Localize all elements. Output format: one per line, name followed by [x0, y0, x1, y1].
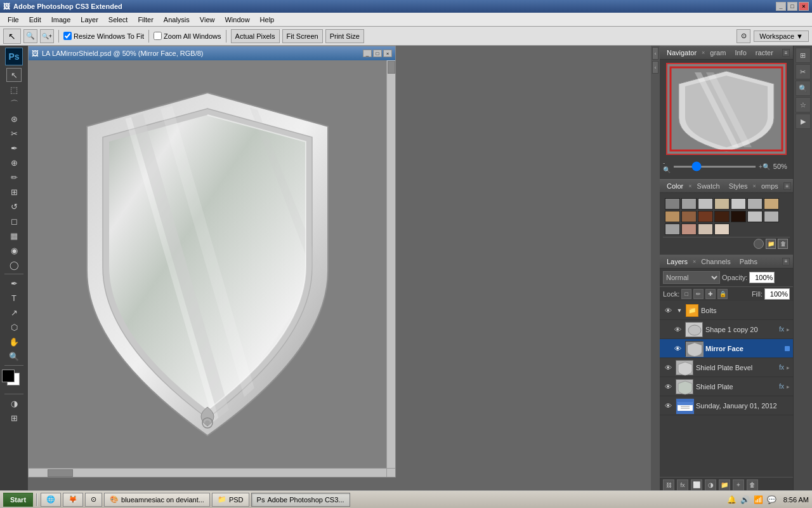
tab-styles-close[interactable]: × — [753, 183, 756, 189]
move-tool-btn[interactable]: ↖ — [3, 29, 21, 44]
tab-character[interactable]: racter — [752, 48, 777, 58]
tab-channels[interactable]: Channels — [697, 257, 734, 267]
crop-tool[interactable]: ✂ — [6, 126, 22, 140]
new-layer-btn[interactable]: + — [733, 479, 744, 491]
menu-layer[interactable]: Layer — [76, 15, 103, 25]
layer-visibility-shield-bevel[interactable]: 👁 — [663, 363, 673, 373]
gradient-tool[interactable]: ▦ — [6, 229, 22, 243]
tab-comps[interactable]: omps — [757, 181, 782, 191]
taskbar-btn-firefox[interactable]: 🦊 — [63, 493, 83, 507]
lock-all-btn[interactable]: 🔒 — [717, 289, 728, 299]
tab-swatches[interactable]: Swatch — [693, 181, 724, 191]
taskbar-btn-psd[interactable]: 📁 PSD — [212, 493, 249, 507]
add-group-btn[interactable]: 📁 — [719, 479, 730, 491]
lasso-tool[interactable]: ⌒ — [6, 97, 22, 111]
swatch-16[interactable] — [681, 224, 697, 235]
collapse-mid-btn[interactable]: ‹ — [652, 61, 658, 74]
tray-icon-3[interactable]: 📶 — [754, 495, 764, 505]
menu-image[interactable]: Image — [47, 15, 75, 25]
taskbar-btn-photoshop[interactable]: Ps Adobe Photoshop CS3... — [251, 493, 350, 507]
swatch-6[interactable] — [747, 198, 763, 210]
history-brush-tool[interactable]: ↺ — [6, 199, 22, 213]
doc-close-btn[interactable]: × — [383, 50, 392, 57]
layer-item-shield-bevel[interactable]: 👁 Shield Plate Bevel fx ▸ — [660, 358, 793, 377]
tab-color[interactable]: Color — [663, 181, 687, 191]
layer-item-shape1[interactable]: 👁 Shape 1 copy 20 fx ▸ — [660, 320, 793, 339]
tab-navigator-close[interactable]: × — [702, 50, 705, 56]
taskbar-btn-chrome[interactable]: ⊙ — [85, 493, 102, 507]
zoom-increase-icon[interactable]: +🔍 — [759, 163, 770, 170]
doc-minimize-btn[interactable]: _ — [363, 50, 372, 57]
taskbar-btn-deviantart[interactable]: 🎨 blueamnesiac on deviant... — [104, 493, 210, 507]
tab-paths[interactable]: Paths — [736, 257, 761, 267]
blur-tool[interactable]: ◉ — [6, 243, 22, 257]
zoom-out-btn[interactable]: 🔍 — [23, 29, 37, 43]
lock-position-btn[interactable]: ✚ — [705, 289, 716, 299]
opacity-input[interactable] — [749, 272, 775, 283]
text-tool[interactable]: T — [6, 291, 22, 305]
swatch-15[interactable] — [665, 224, 680, 235]
healing-tool[interactable]: ⊕ — [6, 156, 22, 170]
panel-icon-4[interactable]: ☆ — [796, 97, 811, 112]
panel-icon-3[interactable]: 🔍 — [796, 81, 811, 96]
delete-layer-btn[interactable]: 🗑 — [747, 479, 758, 491]
zoom-all-checkbox[interactable]: Zoom All Windows — [154, 32, 221, 40]
swatch-3[interactable] — [698, 198, 713, 210]
hand-tool[interactable]: ✋ — [6, 335, 22, 349]
swatch-11[interactable] — [714, 211, 730, 222]
swatch-4[interactable] — [714, 198, 730, 210]
swatch-14[interactable] — [764, 211, 779, 222]
color-resize-btn[interactable]: ≡ — [783, 182, 791, 190]
target-icon[interactable]: ⊙ — [737, 29, 750, 43]
panel-resize-btn[interactable]: ≡ — [782, 49, 790, 57]
tab-layers[interactable]: Layers — [663, 257, 691, 267]
swatch-13[interactable] — [747, 211, 763, 222]
layer-visibility-bolts[interactable]: 👁 — [663, 305, 673, 316]
menu-help[interactable]: Help — [256, 15, 279, 25]
close-button[interactable]: × — [799, 2, 809, 11]
menu-file[interactable]: File — [3, 15, 23, 25]
menu-select[interactable]: Select — [104, 15, 133, 25]
title-bar-controls[interactable]: _ □ × — [776, 2, 809, 11]
swatch-17[interactable] — [698, 224, 713, 235]
layers-resize-btn[interactable]: ≡ — [782, 258, 790, 265]
fill-input[interactable] — [764, 288, 790, 300]
dodge-tool[interactable]: ◯ — [6, 258, 22, 272]
menu-filter[interactable]: Filter — [133, 15, 157, 25]
swatch-10[interactable] — [698, 211, 713, 222]
swatch-1[interactable] — [665, 198, 680, 210]
layer-visibility-mirror-face[interactable]: 👁 — [672, 344, 683, 354]
panel-icon-2[interactable]: ✂ — [796, 64, 811, 79]
doc-scrollbar-bottom[interactable] — [29, 468, 386, 477]
lock-transparent-btn[interactable]: □ — [681, 289, 691, 299]
brush-tool[interactable]: ✏ — [6, 170, 22, 184]
swatch-2[interactable] — [681, 198, 697, 210]
clone-stamp-tool[interactable]: ⊞ — [6, 185, 22, 199]
navigator-preview[interactable] — [666, 63, 787, 155]
blend-mode-select[interactable]: Normal Multiply Screen — [663, 271, 720, 284]
panel-icon-1[interactable]: ⊞ — [796, 48, 811, 63]
start-button[interactable]: Start — [3, 493, 33, 507]
layer-style-btn[interactable]: fx — [677, 479, 688, 491]
maximize-button[interactable]: □ — [787, 2, 797, 11]
menu-analysis[interactable]: Analysis — [159, 15, 194, 25]
taskbar-btn-browser[interactable]: 🌐 — [41, 493, 61, 507]
fit-screen-button[interactable]: Fit Screen — [282, 29, 323, 43]
quick-select-tool[interactable]: ⊛ — [6, 112, 22, 126]
tray-icon-1[interactable]: 🔔 — [727, 495, 737, 505]
swatch-9[interactable] — [681, 211, 697, 222]
swatch-5[interactable] — [731, 198, 746, 210]
layer-fx-shield-plate[interactable]: fx — [779, 383, 784, 390]
actual-pixels-button[interactable]: Actual Pixels — [231, 29, 280, 43]
tray-icon-4[interactable]: 💬 — [767, 495, 777, 505]
layer-fx-shield-bevel[interactable]: fx — [779, 364, 784, 371]
zoom-decrease-icon[interactable]: -🔍 — [663, 159, 671, 173]
marquee-tool[interactable]: ⬚ — [6, 83, 22, 97]
panel-icon-5[interactable]: ▶ — [796, 114, 811, 129]
eyedropper-tool[interactable]: ✒ — [6, 141, 22, 155]
screen-mode-btn[interactable]: ⊞ — [6, 411, 22, 425]
resize-windows-checkbox[interactable]: Resize Windows To Fit — [63, 32, 144, 40]
shape-tool[interactable]: ⬡ — [6, 320, 22, 334]
zoom-in-btn[interactable]: 🔍+ — [40, 29, 54, 43]
lock-image-btn[interactable]: ✏ — [693, 289, 704, 299]
